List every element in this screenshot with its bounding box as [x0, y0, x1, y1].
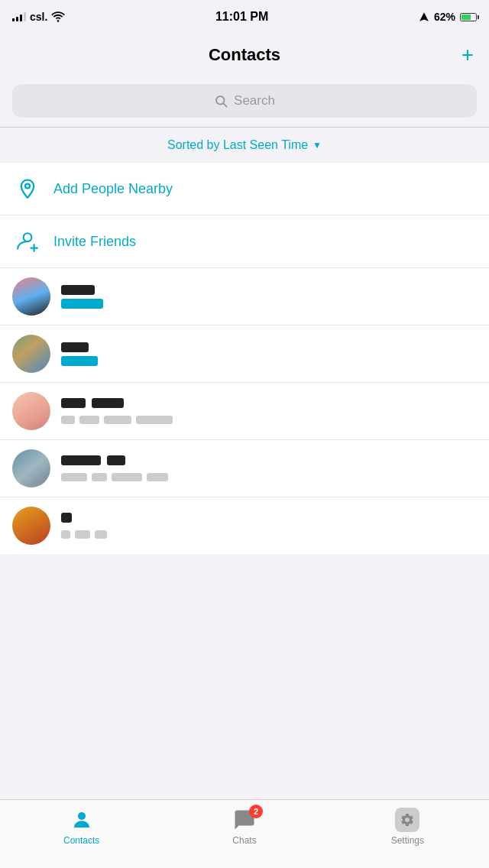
battery-percentage: 62%	[434, 11, 455, 23]
invite-friends-item[interactable]: Invite Friends	[0, 215, 489, 268]
settings-icon-box	[395, 808, 419, 832]
contact-item-5[interactable]	[0, 497, 489, 554]
add-people-nearby-item[interactable]: Add People Nearby	[0, 163, 489, 215]
status-left: csl.	[12, 11, 65, 23]
signal-icon	[12, 12, 26, 21]
tab-settings[interactable]: Settings	[369, 808, 445, 846]
contact-item-3[interactable]	[0, 383, 489, 440]
add-nearby-label: Add People Nearby	[53, 181, 173, 197]
settings-tab-icon	[395, 808, 419, 832]
contact-content-1	[61, 285, 477, 309]
settings-tab-label: Settings	[391, 835, 424, 846]
invite-friends-label: Invite Friends	[53, 234, 136, 250]
contacts-tab-label: Contacts	[63, 835, 99, 846]
tab-contacts[interactable]: Contacts	[44, 808, 120, 846]
search-bar[interactable]: Search	[12, 84, 477, 118]
contact-content-3	[61, 398, 477, 424]
add-contact-button[interactable]: +	[461, 44, 474, 66]
contacts-tab-icon	[70, 808, 94, 832]
contact-name-5	[61, 513, 477, 539]
chats-tab-label: Chats	[232, 835, 256, 846]
sort-arrow-icon: ▼	[313, 140, 322, 151]
contacts-list: Add People Nearby Invite Friends	[0, 163, 489, 554]
search-icon	[214, 94, 228, 108]
tab-bar: Contacts 2 Chats Settings	[0, 799, 489, 868]
search-container: Search	[0, 76, 489, 127]
contact-name-4	[61, 455, 477, 481]
chats-badge: 2	[249, 805, 263, 818]
tab-chats[interactable]: 2 Chats	[206, 808, 283, 846]
svg-point-6	[78, 812, 86, 820]
chats-tab-icon: 2	[232, 808, 257, 832]
svg-point-2	[25, 184, 30, 189]
location-pin-icon	[12, 173, 43, 204]
carrier-label: csl.	[30, 11, 47, 23]
contact-content-5	[61, 513, 477, 539]
avatar-2	[12, 335, 50, 373]
contact-content-2	[61, 342, 477, 366]
contact-name-3	[61, 398, 477, 424]
contact-content-4	[61, 455, 477, 481]
avatar-5	[12, 507, 50, 545]
page-title: Contacts	[209, 45, 280, 65]
avatar-1	[12, 277, 50, 316]
avatar-3	[12, 392, 50, 430]
contact-item-1[interactable]	[0, 268, 489, 326]
contact-item-2[interactable]	[0, 326, 489, 383]
sort-row[interactable]: Sorted by Last Seen Time ▼	[0, 128, 489, 163]
wifi-icon	[51, 11, 65, 22]
status-bar: csl. 11:01 PM 62%	[0, 0, 489, 34]
svg-line-1	[223, 103, 226, 106]
battery-icon	[460, 13, 477, 21]
contact-name-1	[61, 285, 477, 309]
contact-name-2	[61, 342, 477, 366]
avatar-4	[12, 449, 50, 487]
sort-label[interactable]: Sorted by Last Seen Time ▼	[167, 138, 322, 152]
header: Contacts +	[0, 34, 489, 76]
search-placeholder: Search	[234, 93, 275, 108]
status-time: 11:01 PM	[215, 10, 268, 24]
location-icon	[419, 11, 429, 22]
person-add-icon	[12, 226, 43, 257]
contact-item-4[interactable]	[0, 440, 489, 497]
status-right: 62%	[419, 11, 477, 23]
svg-point-3	[24, 233, 32, 241]
